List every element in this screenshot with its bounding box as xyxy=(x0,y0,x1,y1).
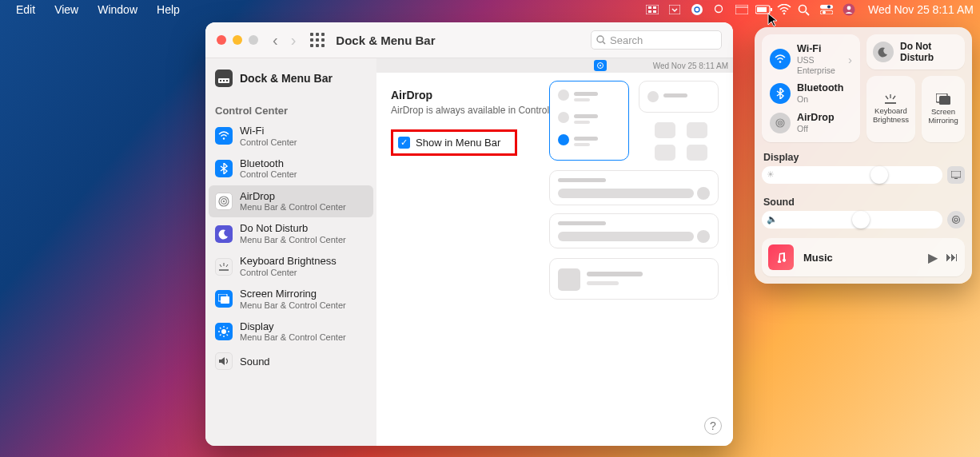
next-button[interactable]: ⏭ xyxy=(946,250,958,265)
menu-view[interactable]: View xyxy=(45,0,88,19)
svg-line-23 xyxy=(603,42,605,44)
cc-music-card[interactable]: Music ▶ ⏭ xyxy=(762,238,965,276)
sidebar-item-sub: Menu Bar & Control Center xyxy=(240,332,346,343)
preview-card xyxy=(549,170,719,205)
svg-line-55 xyxy=(886,96,888,99)
cc-row-sub: On xyxy=(797,94,843,105)
brightness-icon: ☀ xyxy=(767,169,775,180)
moon-icon xyxy=(873,42,894,62)
svg-line-46 xyxy=(227,328,229,329)
menu-window[interactable]: Window xyxy=(88,0,147,19)
cc-display-section: Display ☀ xyxy=(762,149,965,187)
status-window-icon[interactable] xyxy=(731,0,753,19)
cc-row-sub: USS Enterprise xyxy=(797,55,842,75)
preview-tile xyxy=(687,145,707,161)
svg-line-45 xyxy=(220,335,221,336)
cc-keyboard-brightness-button[interactable]: Keyboard Brightness xyxy=(866,76,915,142)
svg-rect-3 xyxy=(648,10,651,13)
cc-sound-slider[interactable]: 🔈 xyxy=(762,211,942,228)
checkbox-label: Show in Menu Bar xyxy=(416,137,500,149)
cc-screen-mirroring-button[interactable]: Screen Mirroring xyxy=(922,76,965,142)
cc-dnd-button[interactable]: Do Not Disturb xyxy=(866,34,965,70)
cc-section-label: Sound xyxy=(763,197,963,208)
nav-forward-button[interactable]: › xyxy=(291,31,297,50)
status-user-icon[interactable] xyxy=(838,0,860,19)
wifi-icon xyxy=(215,127,233,145)
sidebar-main-label: Dock & Menu Bar xyxy=(240,72,333,85)
window-title: Dock & Menu Bar xyxy=(336,34,435,47)
cc-small-label: Screen Mirroring xyxy=(928,107,958,125)
cc-display-slider[interactable]: ☀ xyxy=(762,166,942,184)
svg-point-7 xyxy=(715,6,722,13)
sidebar-item-display[interactable]: DisplayMenu Bar & Control Center xyxy=(205,316,376,348)
svg-rect-58 xyxy=(939,96,950,105)
nav-back-button[interactable]: ‹ xyxy=(273,31,278,50)
preview-card-selected xyxy=(549,81,629,161)
cc-row-title: AirDrop xyxy=(797,112,835,124)
svg-rect-27 xyxy=(226,80,228,81)
svg-rect-8 xyxy=(735,5,748,14)
sidebar-item-sub: Menu Bar & Control Center xyxy=(240,202,346,213)
status-spotlight-icon[interactable] xyxy=(793,0,815,19)
preview-card xyxy=(549,258,719,300)
sidebar-item-screen-mirroring[interactable]: Screen MirroringMenu Bar & Control Cente… xyxy=(205,283,376,316)
control-center-panel: Wi-FiUSS Enterprise › BluetoothOn AirDro… xyxy=(755,27,972,284)
help-button[interactable]: ? xyxy=(704,417,722,435)
sidebar-item-sub: Control Center xyxy=(240,169,297,180)
svg-rect-37 xyxy=(221,296,229,304)
sidebar-item-label: Wi-Fi xyxy=(240,125,297,137)
cc-bluetooth-row[interactable]: BluetoothOn xyxy=(768,80,854,107)
airdrop-icon xyxy=(770,113,791,133)
sidebar-item-bluetooth[interactable]: BluetoothControl Center xyxy=(205,153,376,185)
cursor-icon xyxy=(767,13,779,27)
sidebar-item-label: Display xyxy=(240,320,346,333)
svg-point-38 xyxy=(221,329,226,334)
svg-point-52 xyxy=(779,122,781,124)
sidebar-item-sub: Menu Bar & Control Center xyxy=(240,235,346,245)
status-search2-icon[interactable] xyxy=(708,0,731,19)
search-field[interactable]: Search xyxy=(591,30,722,50)
preview-tile xyxy=(655,122,675,138)
sound-expand-button[interactable] xyxy=(947,211,965,228)
menu-edit[interactable]: Edit xyxy=(6,0,45,19)
minimize-button[interactable] xyxy=(233,35,242,45)
sidebar-item-dnd[interactable]: Do Not DisturbMenu Bar & Control Center xyxy=(205,217,376,250)
svg-rect-2 xyxy=(653,6,656,9)
status-grid-icon[interactable] xyxy=(641,0,663,19)
display-expand-button[interactable] xyxy=(947,166,965,184)
maximize-button[interactable] xyxy=(249,35,258,45)
status-controlcenter-icon[interactable] xyxy=(815,0,838,19)
all-prefs-button[interactable] xyxy=(310,33,325,47)
status-sync-icon[interactable] xyxy=(686,0,708,19)
sidebar-item-keyboard-brightness[interactable]: Keyboard BrightnessControl Center xyxy=(205,250,376,283)
svg-rect-5 xyxy=(669,5,680,14)
cc-airdrop-row[interactable]: AirDropOff xyxy=(768,109,854,137)
svg-point-62 xyxy=(954,218,958,221)
status-dropdown-icon[interactable] xyxy=(663,0,686,19)
sidebar-item-dock-menubar[interactable]: Dock & Menu Bar xyxy=(205,58,376,97)
preview-tile xyxy=(655,145,675,161)
bluetooth-icon xyxy=(215,160,233,177)
play-button[interactable]: ▶ xyxy=(928,250,938,265)
prefs-sidebar: Dock & Menu Bar Control Center Wi-FiCont… xyxy=(205,58,376,446)
menubar-datetime[interactable]: Wed Nov 25 8:11 AM xyxy=(860,3,974,16)
close-button[interactable] xyxy=(217,35,226,45)
sidebar-item-wifi[interactable]: Wi-FiControl Center xyxy=(205,120,376,153)
sidebar-item-airdrop[interactable]: AirDropMenu Bar & Control Center xyxy=(209,185,373,218)
show-in-menubar-checkbox[interactable]: ✓ Show in Menu Bar xyxy=(391,129,517,156)
cc-row-sub: Off xyxy=(797,124,835,134)
checkmark-icon: ✓ xyxy=(398,137,410,149)
svg-point-18 xyxy=(827,6,831,9)
svg-rect-11 xyxy=(757,7,767,12)
sidebar-item-sound[interactable]: Sound xyxy=(205,348,376,375)
menu-help[interactable]: Help xyxy=(147,0,189,19)
sidebar-item-label: Keyboard Brightness xyxy=(240,255,337,268)
dnd-icon xyxy=(215,225,233,243)
cc-dnd-label: Do Not Disturb xyxy=(900,41,958,63)
dock-icon xyxy=(215,70,233,87)
svg-point-6 xyxy=(691,4,703,15)
cc-wifi-row[interactable]: Wi-FiUSS Enterprise › xyxy=(768,41,854,77)
preview-card xyxy=(549,213,719,248)
svg-rect-0 xyxy=(646,5,659,14)
svg-rect-16 xyxy=(820,5,833,9)
